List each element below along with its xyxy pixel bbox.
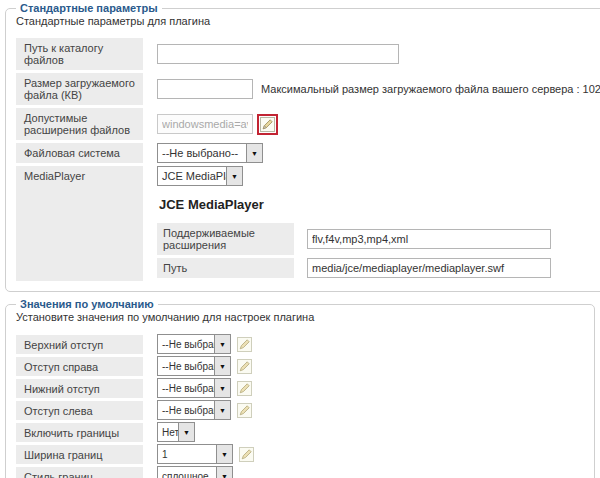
margin-bottom-select[interactable]: --Не выбрано-- ▼ bbox=[157, 378, 231, 398]
field-label: Верхний отступ bbox=[16, 335, 143, 354]
dropdown-arrow-icon[interactable]: ▼ bbox=[246, 144, 262, 162]
standard-params-section: Стандартные параметры Стандартные параме… bbox=[5, 2, 600, 292]
default-values-section: Значения по умолчанию Установите значени… bbox=[5, 298, 595, 478]
annotation-highlight-box bbox=[257, 114, 278, 135]
dropdown-arrow-icon[interactable]: ▼ bbox=[216, 445, 232, 463]
field-label: Отступ справа bbox=[16, 357, 143, 376]
dropdown-arrow-icon[interactable]: ▼ bbox=[214, 401, 230, 419]
form-row-margin-right: Отступ справа --Не выбрано-- ▼ bbox=[16, 356, 586, 376]
mediaplayer-heading: JCE MediaPlayer bbox=[159, 197, 551, 212]
section-description: Стандартные параметры для плагина bbox=[16, 15, 600, 27]
form-row-margin-top: Верхний отступ --Не выбрано-- ▼ bbox=[16, 334, 586, 354]
dropdown-arrow-icon[interactable]: ▼ bbox=[214, 357, 230, 375]
margin-right-select[interactable]: --Не выбрано-- ▼ bbox=[157, 356, 231, 376]
dropdown-arrow-icon[interactable]: ▼ bbox=[216, 467, 232, 478]
supported-extensions-input[interactable] bbox=[307, 229, 551, 249]
form-row-filesystem: Файловая система --Не выбрано-- ▼ bbox=[16, 143, 600, 163]
border-style-select[interactable]: сплошное ▼ bbox=[157, 466, 233, 478]
form-row-supported-extensions: Поддерживаемые расширения bbox=[157, 223, 551, 255]
section-legend: Значения по умолчанию bbox=[16, 298, 158, 310]
form-row-border-enable: Включить границы Нет ▼ bbox=[16, 422, 586, 442]
section-description: Установите значения по умолчанию для нас… bbox=[16, 311, 586, 323]
margin-left-select[interactable]: --Не выбрано-- ▼ bbox=[157, 400, 231, 420]
section-legend: Стандартные параметры bbox=[16, 2, 162, 14]
upload-size-input[interactable] bbox=[157, 79, 253, 99]
field-label: Файловая система bbox=[16, 143, 143, 163]
dropdown-arrow-icon[interactable]: ▼ bbox=[214, 379, 230, 397]
form-row-margin-left: Отступ слева --Не выбрано-- ▼ bbox=[16, 400, 586, 420]
border-width-combobox[interactable]: 1 ▼ bbox=[157, 444, 233, 464]
mediaplayer-select[interactable]: JCE MediaPlayer ▼ bbox=[157, 166, 243, 186]
field-label: Поддерживаемые расширения bbox=[157, 223, 294, 255]
edit-icon[interactable] bbox=[239, 447, 254, 462]
field-label: Размер загружаемого файла (КВ) bbox=[16, 73, 143, 105]
form-row-border-style: Стиль границ сплошное ▼ bbox=[16, 466, 586, 478]
margin-top-select[interactable]: --Не выбрано-- ▼ bbox=[157, 334, 231, 354]
field-label: Включить границы bbox=[16, 423, 143, 442]
field-label: MediaPlayer bbox=[16, 166, 143, 281]
dropdown-arrow-icon[interactable]: ▼ bbox=[178, 423, 194, 441]
edit-icon[interactable] bbox=[237, 381, 252, 396]
swf-path-input[interactable] bbox=[307, 258, 551, 278]
form-row-extensions: Допустимые расширения файлов bbox=[16, 108, 600, 140]
edit-icon[interactable] bbox=[237, 403, 252, 418]
form-row-path: Путь к каталогу файлов bbox=[16, 38, 600, 70]
form-row-margin-bottom: Нижний отступ --Не выбрано-- ▼ bbox=[16, 378, 586, 398]
path-input[interactable] bbox=[157, 44, 399, 64]
dropdown-arrow-icon[interactable]: ▼ bbox=[214, 335, 230, 353]
field-label: Отступ слева bbox=[16, 401, 143, 420]
field-label: Путь bbox=[157, 258, 294, 278]
border-enable-select[interactable]: Нет ▼ bbox=[157, 422, 195, 442]
form-row-swf-path: Путь bbox=[157, 258, 551, 278]
edit-icon[interactable] bbox=[260, 117, 275, 132]
dropdown-arrow-icon[interactable]: ▼ bbox=[226, 167, 242, 185]
field-label: Допустимые расширения файлов bbox=[16, 108, 143, 140]
filesystem-select[interactable]: --Не выбрано-- ▼ bbox=[157, 143, 263, 163]
max-size-note: Максимальный размер загружаемого файла в… bbox=[261, 83, 600, 95]
field-label: Путь к каталогу файлов bbox=[16, 38, 143, 70]
form-row-upload-size: Размер загружаемого файла (КВ) Максималь… bbox=[16, 73, 600, 105]
field-label: Ширина границ bbox=[16, 445, 143, 464]
field-label: Нижний отступ bbox=[16, 379, 143, 398]
field-label: Стиль границ bbox=[16, 467, 143, 478]
form-row-mediaplayer: MediaPlayer JCE MediaPlayer ▼ JCE MediaP… bbox=[16, 166, 600, 281]
form-row-border-width: Ширина границ 1 ▼ bbox=[16, 444, 586, 464]
extensions-input bbox=[157, 114, 253, 134]
edit-icon[interactable] bbox=[237, 337, 252, 352]
edit-icon[interactable] bbox=[237, 359, 252, 374]
